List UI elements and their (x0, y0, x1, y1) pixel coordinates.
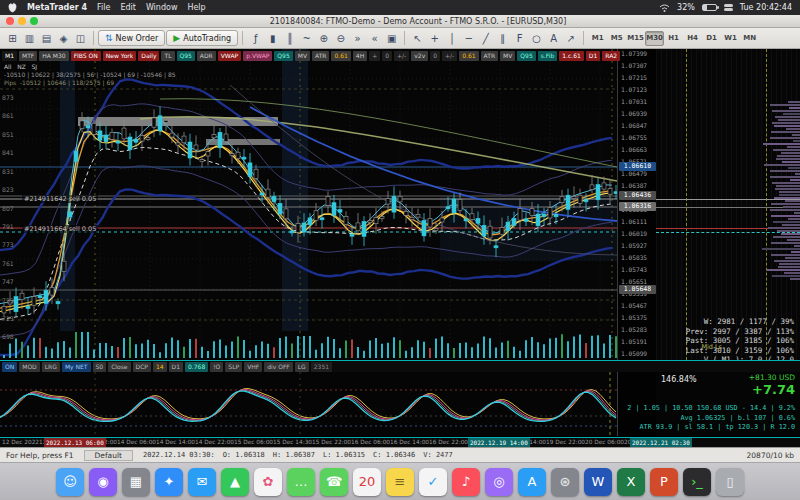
indicator-chip[interactable]: Daily (138, 51, 159, 61)
indicator-chip[interactable]: Q95 (517, 51, 535, 61)
dock-icon-app-store[interactable]: A (518, 468, 546, 496)
toolbar-icon-profiles[interactable]: ▥ (21, 30, 38, 46)
indicator-chip[interactable]: s.Fib (538, 51, 558, 61)
indicator-chip[interactable]: HA M30 (39, 51, 68, 61)
toolbar-icon-templates[interactable]: ▣ (383, 30, 400, 46)
indicator-chip[interactable]: RA2 (602, 51, 620, 61)
toolbar-icon-arrow[interactable]: ↗ (562, 30, 579, 46)
wifi-icon[interactable] (659, 4, 670, 12)
toolbar-icon-terminal-panel[interactable]: ◫ (72, 30, 89, 46)
indicator-chip[interactable]: 1.c.61 (559, 51, 584, 61)
toolbar-icon-trendline[interactable]: ╱ (477, 30, 494, 46)
control-chip[interactable]: 0.768 (185, 362, 208, 372)
control-chip[interactable]: My NET (62, 362, 91, 372)
indicator-chip[interactable]: MV (500, 51, 515, 61)
toolbar-icon-cursor[interactable]: ↖ (409, 30, 426, 46)
dock-icon-word[interactable]: W (584, 468, 612, 496)
indicator-chip[interactable]: + (369, 51, 380, 61)
timeframe-button[interactable]: H1 (664, 31, 683, 46)
indicator-chip[interactable]: VWAP (218, 51, 241, 61)
menu-item[interactable]: Edit (120, 3, 136, 12)
dock-icon-reminders[interactable]: ✓ (419, 468, 447, 496)
profile-selector[interactable]: Default (84, 450, 133, 461)
time-axis[interactable]: 12 Dec 202213 Dec 14:0013 Dec 22:0014 De… (0, 437, 800, 447)
dock-icon-messages[interactable]: … (287, 468, 315, 496)
price-axis[interactable]: 1.073991.073071.072151.071231.070311.069… (617, 49, 656, 360)
toolbar-icon-zoom-out[interactable]: ⊖ (332, 30, 349, 46)
timeframe-button[interactable]: M5 (607, 31, 626, 46)
control-chip[interactable]: LRG (42, 362, 60, 372)
indicator-chip[interactable]: ADR (197, 51, 216, 61)
dock-icon-notes[interactable]: ≡ (386, 468, 414, 496)
indicator-chip[interactable]: ATR (312, 51, 329, 61)
dock-icon-photos[interactable]: ✿ (254, 468, 282, 496)
control-chip[interactable]: !O (210, 362, 223, 372)
indicator-chip[interactable]: 4H (353, 51, 367, 61)
toolbar-icon-new-chart[interactable]: ⊞ (4, 30, 21, 46)
menu-clock[interactable]: Tue 20:42:44 (740, 3, 792, 12)
price-chart-canvas[interactable] (0, 49, 617, 360)
toolbar-icon-market-watch[interactable]: ▤ (38, 30, 55, 46)
indicator-chip[interactable]: ATR (481, 51, 498, 61)
menu-app-name[interactable]: MetaTrader 4 (27, 3, 87, 12)
control-chip[interactable]: 2351 (311, 362, 332, 372)
indicator-chip[interactable]: v2v (411, 51, 428, 61)
toolbar-icon-chart-shift[interactable]: « (366, 30, 383, 46)
control-chip[interactable]: ON (2, 362, 17, 372)
indicator-chip[interactable]: 0 (430, 51, 440, 61)
dock-icon-terminal[interactable]: ›_ (683, 468, 711, 496)
dock-icon-music[interactable]: ♪ (452, 468, 480, 496)
indicator-chip[interactable]: p.VWAP (243, 51, 272, 61)
control-chip[interactable]: MOD (19, 362, 40, 372)
indicator-chip[interactable]: TL (161, 51, 174, 61)
zoom-window-button[interactable] (30, 17, 38, 25)
indicator-chip[interactable]: FIBS ON (71, 51, 101, 61)
toolbar-icon-zoom-in[interactable]: ⊕ (315, 30, 332, 46)
indicator-chip[interactable]: New York (103, 51, 136, 61)
dock-icon-powerpoint[interactable]: P (650, 468, 678, 496)
apple-menu-icon[interactable] (8, 2, 17, 13)
dock-icon-podcasts[interactable]: ◎ (485, 468, 513, 496)
indicator-chip[interactable]: MV (295, 51, 310, 61)
toolbar-icon-indicators[interactable]: ƒ (247, 30, 264, 46)
dock-icon-excel[interactable]: X (617, 468, 645, 496)
order-line-label[interactable]: #214911664 sell 0.05 (22, 225, 98, 233)
dock-icon-mail[interactable]: ✉ (188, 468, 216, 496)
indicator-chip[interactable]: Q95 (177, 51, 195, 61)
dock-icon-safari[interactable]: ✦ (155, 468, 183, 496)
toolbar-icon-bar-chart[interactable]: ║ (281, 30, 298, 46)
indicator-chip[interactable]: 0 (382, 51, 392, 61)
timeframe-button[interactable]: M30 (645, 31, 664, 46)
toolbar-icon-horizontal-line[interactable]: ─ (460, 30, 477, 46)
control-chip[interactable]: LG (295, 362, 309, 372)
toolbar-icon-text[interactable]: A (545, 30, 562, 46)
dock-icon-calendar[interactable]: 20 (353, 468, 381, 496)
indicator-chip[interactable]: Q95 (274, 51, 292, 61)
dock-icon-trash[interactable]: ▯ (716, 468, 744, 496)
oscillator-canvas[interactable] (0, 372, 617, 436)
menu-item[interactable]: File (97, 3, 110, 12)
control-chip[interactable]: Close (108, 362, 130, 372)
indicator-chip[interactable]: 0.61 (331, 51, 350, 61)
new-order-button[interactable]: ⇅ New Order (98, 30, 165, 46)
indicator-chip[interactable]: M1 (2, 51, 17, 61)
menu-item[interactable]: Help (187, 3, 205, 12)
minimize-window-button[interactable] (18, 17, 26, 25)
control-chip[interactable]: SLP (225, 362, 242, 372)
timeframe-button[interactable]: W1 (721, 31, 740, 46)
toolbar-icon-auto-scroll[interactable]: » (349, 30, 366, 46)
dock-icon-finder[interactable]: ☺ (56, 468, 84, 496)
control-chip[interactable]: S0 (93, 362, 107, 372)
timeframe-button[interactable]: H4 (683, 31, 702, 46)
order-line-label[interactable]: #214911642 sell 0.05 (22, 195, 98, 203)
autotrading-button[interactable]: ▶ AutoTrading (166, 30, 238, 46)
toolbar-icon-navigator[interactable]: ◈ (55, 30, 72, 46)
dock-icon-siri[interactable]: ◉ (89, 468, 117, 496)
timeframe-button[interactable]: D1 (702, 31, 721, 46)
timeframe-button[interactable]: MN (740, 31, 759, 46)
indicator-chip[interactable]: +/- (442, 51, 457, 61)
indicator-chip[interactable]: MTF (19, 51, 37, 61)
close-window-button[interactable] (6, 17, 14, 25)
timeframe-button[interactable]: M1 (588, 31, 607, 46)
dock-icon-facetime[interactable]: ☎ (320, 468, 348, 496)
